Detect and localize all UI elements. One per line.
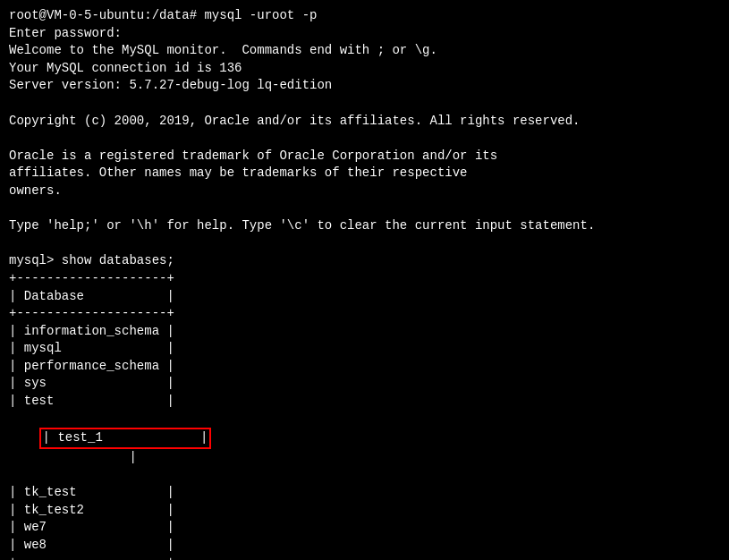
line-10: affiliates. Other names may be trademark… bbox=[9, 165, 720, 182]
line-db-information-schema: | information_schema | bbox=[9, 323, 720, 341]
line-9: Oracle is a registered trademark of Orac… bbox=[9, 148, 720, 165]
line-6 bbox=[9, 95, 720, 113]
line-db-test: | test | bbox=[9, 393, 720, 411]
line-db-tk-test2: | tk_test2 | bbox=[9, 502, 720, 520]
line-table-bottom-border: +--------------------+ bbox=[9, 554, 720, 560]
terminal-window: root@VM-0-5-ubuntu:/data# mysql -uroot -… bbox=[0, 0, 729, 560]
line-db-performance-schema: | performance_schema | bbox=[9, 358, 720, 376]
line-4: Your MySQL connection id is 136 bbox=[9, 60, 720, 78]
line-5: Server version: 5.7.27-debug-log lq-edit… bbox=[9, 77, 720, 95]
line-db-mysql: | mysql | bbox=[9, 340, 720, 358]
line-table-header-border: +--------------------+ bbox=[9, 305, 720, 323]
highlighted-test1: | test_1 | bbox=[39, 428, 212, 449]
line-1: root@VM-0-5-ubuntu:/data# mysql -uroot -… bbox=[9, 7, 720, 25]
line-11: owners. bbox=[9, 182, 720, 200]
line-2: Enter password: bbox=[9, 25, 720, 43]
line-12 bbox=[9, 200, 720, 218]
line-7: Copyright (c) 2000, 2019, Oracle and/or … bbox=[9, 113, 720, 131]
line-8 bbox=[9, 130, 720, 148]
line-db-sys: | sys | bbox=[9, 375, 720, 393]
line-3: Welcome to the MySQL monitor. Commands e… bbox=[9, 42, 720, 60]
line-table-header: | Database | bbox=[9, 288, 720, 306]
line-show-databases: mysql> show databases; bbox=[9, 252, 720, 270]
line-table-border-top: +--------------------+ bbox=[9, 270, 720, 288]
line-db-we8: | we8 | bbox=[9, 537, 720, 555]
line-db-test1-trailing: | bbox=[39, 450, 137, 464]
line-db-we7: | we7 | bbox=[9, 519, 720, 537]
line-14 bbox=[9, 235, 720, 253]
line-db-test1-highlighted: | test_1 | | bbox=[9, 411, 720, 484]
line-13: Type 'help;' or '\h' for help. Type '\c'… bbox=[9, 217, 720, 235]
line-db-tk-test: | tk_test | bbox=[9, 484, 720, 502]
